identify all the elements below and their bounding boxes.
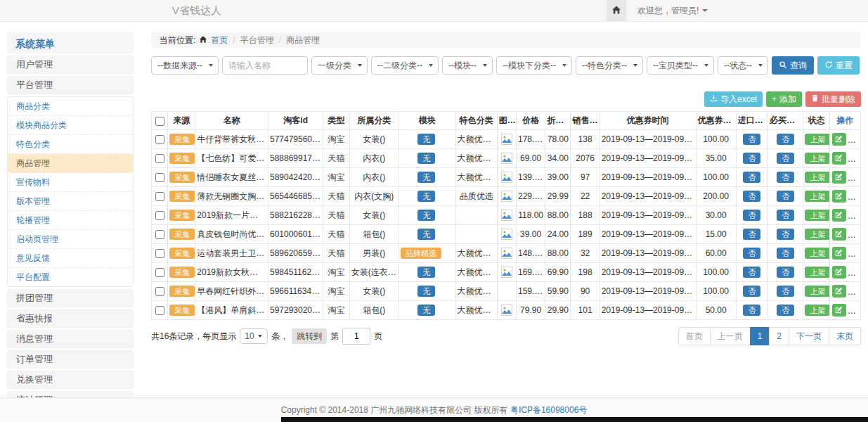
coupon-amount: 50.00: [696, 301, 736, 320]
row-checkbox[interactable]: [155, 306, 164, 315]
page-number-input[interactable]: [342, 328, 370, 345]
edit-button[interactable]: [832, 190, 846, 203]
row-checkbox[interactable]: [155, 192, 164, 201]
select-all-checkbox[interactable]: [155, 117, 164, 126]
filter-select[interactable]: --特色分类--: [576, 56, 643, 75]
query-button[interactable]: 查询: [772, 56, 814, 75]
import-optional-badge[interactable]: 否: [743, 191, 760, 203]
import-optional-badge[interactable]: 否: [743, 305, 760, 316]
icp-link[interactable]: 粤ICP备16098006号: [510, 404, 587, 416]
status-badge[interactable]: 上架: [805, 134, 829, 146]
must-buy-badge[interactable]: 否: [777, 210, 794, 222]
row-checkbox[interactable]: [155, 135, 164, 144]
edit-icon: [835, 191, 843, 202]
module-badge: 无: [417, 229, 435, 241]
reset-button[interactable]: 重置: [817, 56, 860, 75]
page-button[interactable]: 上一页: [710, 327, 751, 345]
must-buy-badge[interactable]: 否: [777, 305, 794, 316]
edit-button[interactable]: [832, 285, 846, 298]
status-badge[interactable]: 上架: [805, 305, 829, 316]
filter-select[interactable]: 一级分类: [311, 56, 368, 75]
row-checkbox[interactable]: [155, 249, 164, 258]
add-button[interactable]: + 添加: [766, 91, 802, 107]
edit-button[interactable]: [832, 266, 846, 279]
user-menu[interactable]: 欢迎您，管理员!: [637, 5, 708, 17]
edit-button[interactable]: [832, 209, 846, 222]
import-optional-badge[interactable]: 否: [743, 153, 760, 165]
status-badge[interactable]: 上架: [805, 210, 829, 222]
row-checkbox[interactable]: [155, 230, 164, 239]
sidebar-subitem[interactable]: 平台配置: [8, 268, 133, 286]
must-buy-badge[interactable]: 否: [777, 286, 794, 298]
name-search-input[interactable]: [222, 56, 308, 75]
sidebar-item[interactable]: 用户管理: [7, 56, 134, 74]
sidebar-subitem[interactable]: 商品分类: [8, 97, 133, 116]
filter-select[interactable]: --模块下分类--: [496, 56, 572, 75]
row-checkbox[interactable]: [155, 154, 164, 163]
sidebar-subitem[interactable]: 特色分类: [8, 135, 133, 154]
sidebar-subitem[interactable]: 模块商品分类: [8, 116, 133, 135]
sidebar-item[interactable]: 统计管理: [7, 391, 134, 397]
product-image-icon: [501, 172, 512, 183]
filter-select[interactable]: --宝贝类型--: [647, 56, 714, 75]
import-optional-badge[interactable]: 否: [743, 286, 760, 298]
page-button[interactable]: 2: [769, 327, 789, 345]
status-badge[interactable]: 上架: [805, 229, 829, 241]
page-button[interactable]: 下一页: [789, 327, 829, 345]
edit-button[interactable]: [832, 304, 846, 316]
must-buy-badge[interactable]: 否: [777, 153, 794, 165]
batch-delete-button[interactable]: 批量删除: [805, 91, 861, 107]
page-button[interactable]: 首页: [678, 327, 711, 345]
edit-button[interactable]: [832, 152, 846, 165]
filter-select[interactable]: --状态--: [718, 56, 768, 75]
sidebar-item[interactable]: 省惠快报: [7, 309, 134, 328]
jump-button[interactable]: 跳转到: [292, 328, 327, 344]
home-button[interactable]: [607, 0, 626, 21]
edit-button[interactable]: [832, 247, 846, 260]
edit-button[interactable]: [832, 133, 846, 146]
must-buy-badge[interactable]: 否: [777, 267, 794, 279]
sidebar-item[interactable]: 订单管理: [7, 350, 134, 369]
must-buy-badge[interactable]: 否: [777, 134, 794, 146]
must-buy-badge[interactable]: 否: [777, 248, 794, 260]
sidebar-subitem[interactable]: 轮播管理: [8, 211, 133, 230]
sidebar-subitem[interactable]: 版本管理: [8, 192, 133, 211]
status-badge[interactable]: 上架: [805, 286, 829, 298]
per-page-select[interactable]: 10: [240, 328, 268, 344]
status-badge[interactable]: 上架: [805, 267, 829, 279]
sidebar-item[interactable]: 消息管理: [7, 330, 134, 348]
sidebar-subitem[interactable]: 商品管理: [8, 154, 133, 173]
data-source-select[interactable]: --数据来源--: [151, 56, 219, 75]
edit-button[interactable]: [832, 171, 846, 184]
must-buy-badge[interactable]: 否: [777, 191, 794, 203]
page-button[interactable]: 末页: [829, 327, 861, 345]
sidebar-subitem[interactable]: 意见反馈: [8, 249, 133, 268]
must-buy-badge[interactable]: 否: [777, 229, 794, 241]
filter-select[interactable]: --二级分类--: [371, 56, 439, 75]
status-badge[interactable]: 上架: [805, 153, 829, 165]
import-optional-badge[interactable]: 否: [743, 134, 760, 146]
edit-button[interactable]: [832, 228, 846, 241]
page-button[interactable]: 1: [750, 327, 770, 345]
status-badge[interactable]: 上架: [805, 191, 829, 203]
row-checkbox[interactable]: [155, 211, 164, 220]
import-excel-button[interactable]: 导入excel: [704, 91, 763, 107]
row-checkbox[interactable]: [155, 173, 164, 182]
status-badge[interactable]: 上架: [805, 172, 829, 184]
import-optional-badge[interactable]: 否: [743, 229, 760, 241]
sidebar-subitem[interactable]: 启动页管理: [8, 230, 133, 249]
import-optional-badge[interactable]: 否: [743, 267, 760, 279]
row-checkbox[interactable]: [155, 268, 164, 277]
import-optional-badge[interactable]: 否: [743, 210, 760, 222]
sidebar-item[interactable]: 拼团管理: [7, 289, 134, 307]
status-badge[interactable]: 上架: [805, 248, 829, 260]
filter-select[interactable]: --模块--: [442, 56, 493, 75]
sidebar-item[interactable]: 平台管理: [7, 76, 134, 94]
row-checkbox[interactable]: [155, 287, 164, 296]
must-buy-badge[interactable]: 否: [777, 172, 794, 184]
breadcrumb-home-link[interactable]: 首页: [211, 34, 228, 46]
sidebar-subitem[interactable]: 宣传物料: [8, 173, 133, 192]
sidebar-item[interactable]: 兑换管理: [7, 371, 134, 389]
import-optional-badge[interactable]: 否: [743, 248, 760, 260]
import-optional-badge[interactable]: 否: [743, 172, 760, 184]
